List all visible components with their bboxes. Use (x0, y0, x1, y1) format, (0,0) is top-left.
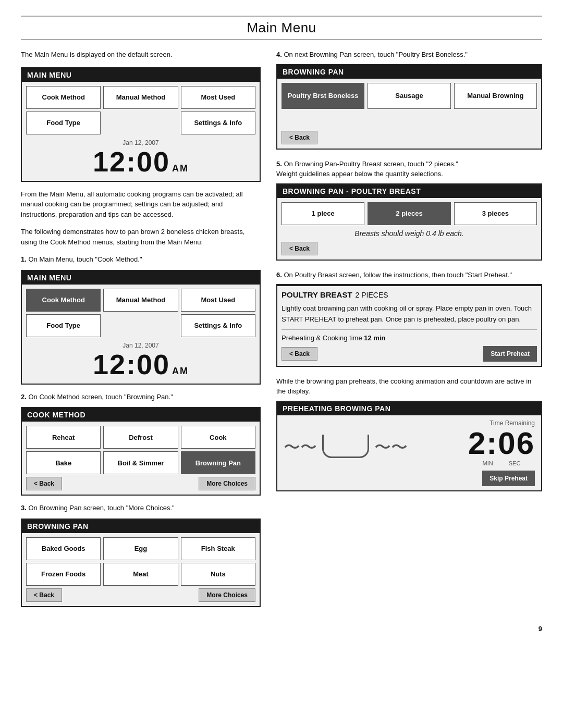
cook-method-header: COOK METHOD (22, 408, 260, 422)
boil-simmer-btn[interactable]: Boil & Simmer (103, 451, 178, 474)
poultry-brst-btn[interactable]: Poultry Brst Boneless (282, 83, 364, 109)
weigh-note: Breasts should weigh 0.4 lb each. (282, 229, 537, 238)
step-2-text: 2. On Cook Method screen, touch "Brownin… (21, 392, 261, 402)
two-pieces-btn[interactable]: 2 pieces (368, 202, 450, 225)
defrost-btn[interactable]: Defrost (103, 426, 178, 449)
clock-time-1: 12:00AM (26, 147, 255, 176)
browning-pan-back-btn-2[interactable]: < Back (282, 131, 317, 144)
browning-pan-header-2: BROWNING PAN (277, 65, 541, 79)
manual-method-btn-1[interactable]: Manual Method (103, 86, 178, 109)
skip-preheat-btn[interactable]: Skip Preheat (482, 471, 535, 486)
wave-right-icon: 〜〜 (374, 436, 408, 459)
wave-icons: 〜〜 〜〜 (284, 435, 408, 459)
clock-date-1: Jan 12, 2007 (26, 139, 255, 146)
frozen-foods-btn[interactable]: Frozen Foods (26, 563, 101, 586)
reheat-btn[interactable]: Reheat (26, 426, 101, 449)
poultry-subtitle: 2 PIECES (356, 291, 388, 299)
one-piece-btn[interactable]: 1 piece (282, 202, 364, 225)
manual-method-btn-2[interactable]: Manual Method (103, 289, 178, 312)
step-3-text: 3. On Browning Pan screen, touch "More C… (21, 503, 261, 513)
food-type-btn-1[interactable]: Food Type (26, 112, 101, 134)
sausage-btn[interactable]: Sausage (368, 83, 450, 109)
main-menu-screen-1: MAIN MENU Cook Method Manual Method Most… (21, 67, 261, 182)
bake-btn[interactable]: Bake (26, 451, 101, 474)
poultry-breast-back-btn[interactable]: < Back (282, 242, 317, 255)
main-menu-header-2: MAIN MENU (22, 271, 260, 285)
preheat-time-display: 2:06 (468, 428, 535, 459)
settings-btn-2[interactable]: Settings & Info (181, 314, 255, 337)
step-7-text: While the browning pan preheats, the coo… (276, 376, 542, 397)
cook-method-btn-2-highlighted[interactable]: Cook Method (26, 289, 101, 312)
browning-pan-btn[interactable]: Browning Pan (181, 451, 255, 474)
preheating-screen: PREHEATING BROWING PAN Time Remaining 〜〜… (276, 401, 542, 491)
cook-method-btn-1[interactable]: Cook Method (26, 86, 101, 109)
three-pieces-btn[interactable]: 3 pieces (454, 202, 537, 225)
instruction-text: Lightly coat browning pan with cooking o… (282, 303, 537, 330)
preheat-row: Preheating & Cooking time 12 min (282, 334, 537, 342)
wave-left-icon: 〜〜 (284, 436, 317, 459)
cook-method-back-btn[interactable]: < Back (26, 477, 62, 490)
baked-goods-btn[interactable]: Baked Goods (26, 537, 101, 560)
food-type-btn-2[interactable]: Food Type (26, 314, 101, 337)
page-number: 9 (21, 625, 542, 633)
cook-btn[interactable]: Cook (181, 426, 255, 449)
step-6-text: 6. On Poultry Breast screen, follow the … (276, 270, 542, 280)
egg-btn[interactable]: Egg (103, 537, 178, 560)
most-used-btn-1[interactable]: Most Used (181, 86, 255, 109)
manual-browning-btn[interactable]: Manual Browning (454, 83, 537, 109)
step-4-text: 4. On next Browning Pan screen, touch "P… (276, 50, 542, 60)
poultry-title: POULTRY BREAST (282, 290, 352, 299)
browning-pan-screen-1: BROWNING PAN Baked Goods Egg Fish Steak … (21, 519, 261, 607)
clock-date-2: Jan 12, 2007 (26, 342, 255, 349)
main-menu-screen-2: MAIN MENU Cook Method Manual Method Most… (21, 270, 261, 385)
browning-pan-header-1: BROWNING PAN (22, 520, 260, 533)
start-preheat-btn[interactable]: Start Preheat (483, 346, 537, 362)
intro-body: From the Main Menu, all automatic cookin… (21, 189, 261, 220)
browning-pan-back-btn-1[interactable]: < Back (26, 588, 62, 602)
most-used-btn-2[interactable]: Most Used (181, 289, 255, 312)
main-menu-header-1: MAIN MENU (22, 68, 260, 82)
poultry-breast-screen: BROWNING PAN - POULTRY BREAST 1 piece 2 … (276, 183, 542, 261)
step-5-text: 5. On Browning Pan-Poultry Breast screen… (276, 159, 542, 179)
browning-pan-more-btn-1[interactable]: More Choices (199, 588, 255, 602)
poultry-back-btn[interactable]: < Back (282, 347, 317, 361)
cook-method-more-btn[interactable]: More Choices (199, 477, 255, 490)
poultry-breast-header: BROWNING PAN - POULTRY BREAST (277, 184, 541, 198)
nuts-btn[interactable]: Nuts (181, 563, 255, 586)
meat-btn[interactable]: Meat (103, 563, 178, 586)
browning-pan-screen-2: BROWNING PAN Poultry Brst Boneless Sausa… (276, 64, 542, 150)
fish-steak-btn[interactable]: Fish Steak (181, 537, 255, 560)
cook-method-screen: COOK METHOD Reheat Defrost Cook Bake Boi… (21, 407, 261, 496)
intro-demo: The following demonstrates how to pan br… (21, 227, 261, 247)
settings-btn-1[interactable]: Settings & Info (181, 112, 255, 134)
clock-time-2: 12:00AM (26, 350, 255, 378)
page-title: Main Menu (21, 16, 542, 40)
min-label: MIN (483, 460, 493, 466)
preheating-header: PREHEATING BROWING PAN (277, 402, 541, 415)
intro-line1: The Main Menu is displayed on the defaul… (21, 50, 261, 60)
sec-label: SEC (509, 460, 521, 466)
step-1-text: 1. On Main Menu, touch "Cook Method." (21, 254, 261, 265)
poultry-instruction-screen: POULTRY BREAST 2 PIECES Lightly coat bro… (276, 284, 542, 367)
